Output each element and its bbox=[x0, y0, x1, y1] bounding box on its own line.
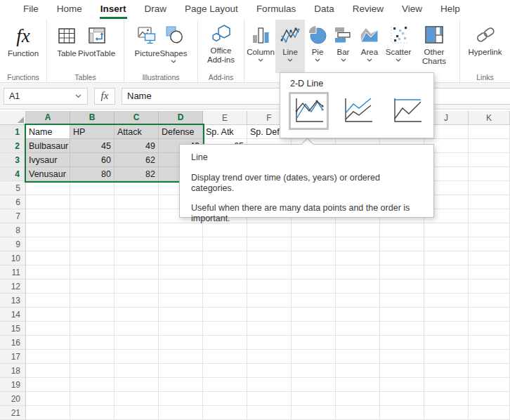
cell-F11[interactable] bbox=[247, 265, 292, 280]
cell-G21[interactable] bbox=[292, 406, 336, 420]
cell-D17[interactable] bbox=[159, 350, 203, 364]
cell-A9[interactable] bbox=[26, 237, 70, 251]
cell-J9[interactable] bbox=[424, 237, 469, 251]
cell-F20[interactable] bbox=[247, 392, 292, 406]
cell-I21[interactable] bbox=[380, 406, 424, 420]
cell-I17[interactable] bbox=[380, 350, 424, 364]
cell-D1[interactable]: Defense bbox=[159, 125, 203, 139]
cell-D14[interactable] bbox=[159, 308, 203, 322]
cell-C16[interactable] bbox=[115, 336, 159, 350]
cell-A5[interactable] bbox=[26, 181, 70, 195]
row-header-21[interactable]: 21 bbox=[0, 406, 26, 420]
cell-G17[interactable] bbox=[292, 350, 336, 364]
cell-K16[interactable] bbox=[469, 336, 510, 350]
row-header-3[interactable]: 3 bbox=[0, 153, 26, 167]
cell-G11[interactable] bbox=[292, 265, 336, 280]
cell-H9[interactable] bbox=[336, 237, 380, 251]
cell-H10[interactable] bbox=[336, 251, 380, 265]
cell-E18[interactable] bbox=[203, 364, 247, 378]
cell-E17[interactable] bbox=[203, 350, 247, 364]
cell-I15[interactable] bbox=[380, 322, 424, 336]
row-header-13[interactable]: 13 bbox=[0, 294, 26, 308]
cell-J21[interactable] bbox=[424, 406, 469, 420]
cell-K2[interactable] bbox=[469, 139, 510, 153]
other-charts-button[interactable]: Other Charts bbox=[414, 20, 455, 73]
cell-B19[interactable] bbox=[70, 378, 115, 392]
cell-F14[interactable] bbox=[247, 308, 292, 322]
cell-B12[interactable] bbox=[70, 280, 115, 294]
cell-K21[interactable] bbox=[469, 406, 510, 420]
cell-C21[interactable] bbox=[115, 406, 159, 420]
cell-C5[interactable] bbox=[115, 181, 159, 195]
cell-D16[interactable] bbox=[159, 336, 203, 350]
cell-A17[interactable] bbox=[26, 350, 70, 364]
cell-C10[interactable] bbox=[115, 251, 159, 265]
cell-B13[interactable] bbox=[70, 294, 115, 308]
cell-B21[interactable] bbox=[70, 406, 115, 420]
cell-A19[interactable] bbox=[26, 378, 70, 392]
cell-E14[interactable] bbox=[203, 308, 247, 322]
cell-B10[interactable] bbox=[70, 251, 115, 265]
cell-C1[interactable]: Attack bbox=[115, 125, 159, 139]
cell-B16[interactable] bbox=[70, 336, 115, 350]
cell-C7[interactable] bbox=[115, 209, 159, 223]
cell-F12[interactable] bbox=[247, 280, 292, 294]
cell-I18[interactable] bbox=[380, 364, 424, 378]
cell-G8[interactable] bbox=[292, 223, 336, 237]
cell-B7[interactable] bbox=[70, 209, 115, 223]
cell-I12[interactable] bbox=[380, 280, 424, 294]
shapes-button[interactable]: Shapes bbox=[159, 20, 187, 73]
cell-A13[interactable] bbox=[26, 294, 70, 308]
cell-A3[interactable]: Ivysaur bbox=[26, 153, 70, 167]
cell-K18[interactable] bbox=[469, 364, 510, 378]
cell-F19[interactable] bbox=[247, 378, 292, 392]
cell-C4[interactable]: 82 bbox=[115, 167, 159, 181]
cell-G12[interactable] bbox=[292, 280, 336, 294]
cell-F18[interactable] bbox=[247, 364, 292, 378]
cell-C15[interactable] bbox=[115, 322, 159, 336]
column-header-A[interactable]: A bbox=[26, 111, 70, 125]
cell-C11[interactable] bbox=[115, 265, 159, 280]
menu-item-file[interactable]: File bbox=[14, 0, 48, 20]
cell-E10[interactable] bbox=[203, 251, 247, 265]
cell-J14[interactable] bbox=[424, 308, 469, 322]
cell-F16[interactable] bbox=[247, 336, 292, 350]
cell-I14[interactable] bbox=[380, 308, 424, 322]
cell-J13[interactable] bbox=[424, 294, 469, 308]
menu-item-insert[interactable]: Insert bbox=[91, 0, 136, 20]
cell-D15[interactable] bbox=[159, 322, 203, 336]
cell-K9[interactable] bbox=[469, 237, 510, 251]
function-button[interactable]: fx Function bbox=[8, 20, 39, 73]
cell-K5[interactable] bbox=[469, 181, 510, 195]
cell-E11[interactable] bbox=[203, 265, 247, 280]
cell-E20[interactable] bbox=[203, 392, 247, 406]
cell-C19[interactable] bbox=[115, 378, 159, 392]
cell-H12[interactable] bbox=[336, 280, 380, 294]
cell-B4[interactable]: 80 bbox=[70, 167, 115, 181]
area-chart-button[interactable]: Area bbox=[356, 20, 383, 73]
cell-G16[interactable] bbox=[292, 336, 336, 350]
menu-item-page-layout[interactable]: Page Layout bbox=[176, 0, 247, 20]
cell-B3[interactable]: 60 bbox=[70, 153, 115, 167]
pivottable-button[interactable]: PivotTable bbox=[78, 20, 115, 73]
cell-G14[interactable] bbox=[292, 308, 336, 322]
cell-A16[interactable] bbox=[26, 336, 70, 350]
cell-H20[interactable] bbox=[336, 392, 380, 406]
cell-A20[interactable] bbox=[26, 392, 70, 406]
cell-I8[interactable] bbox=[380, 223, 424, 237]
cell-D19[interactable] bbox=[159, 378, 203, 392]
cell-H8[interactable] bbox=[336, 223, 380, 237]
row-header-20[interactable]: 20 bbox=[0, 392, 26, 406]
row-header-17[interactable]: 17 bbox=[0, 350, 26, 364]
menu-item-draw[interactable]: Draw bbox=[136, 0, 176, 20]
option-stacked-line-chart[interactable] bbox=[338, 92, 378, 130]
cell-B15[interactable] bbox=[70, 322, 115, 336]
cell-E8[interactable] bbox=[203, 223, 247, 237]
cell-K11[interactable] bbox=[469, 265, 510, 280]
row-header-11[interactable]: 11 bbox=[0, 265, 26, 280]
cell-F9[interactable] bbox=[247, 237, 292, 251]
row-header-19[interactable]: 19 bbox=[0, 378, 26, 392]
cell-H13[interactable] bbox=[336, 294, 380, 308]
cell-K12[interactable] bbox=[469, 280, 510, 294]
cell-C20[interactable] bbox=[115, 392, 159, 406]
